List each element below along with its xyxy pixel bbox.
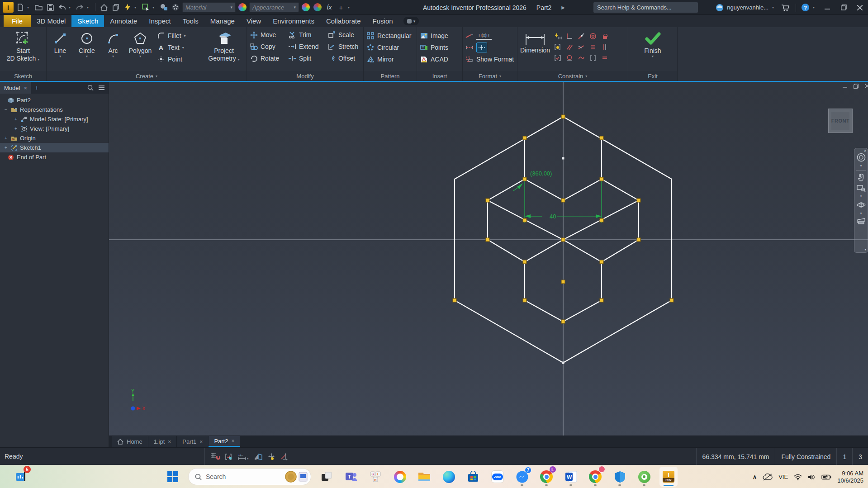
expand-icon[interactable]: +	[14, 117, 18, 122]
start-button[interactable]	[164, 467, 182, 487]
taskbar-file-explorer-icon[interactable]	[415, 467, 433, 487]
save-icon[interactable]	[45, 2, 55, 13]
expand-arrow-icon[interactable]: ▶	[561, 5, 565, 10]
sketch-drawing[interactable]: 40(360.00)	[109, 82, 868, 436]
doc-tab-part2[interactable]: Part2×	[209, 436, 240, 447]
driven-dimension-icon[interactable]: H(x)H	[476, 32, 492, 40]
cart-icon[interactable]	[780, 2, 790, 13]
help-dropdown-icon[interactable]: ▾	[813, 5, 817, 9]
taskbar-unikey-icon[interactable]: uin	[366, 467, 384, 487]
search-highlights-icon[interactable]	[285, 471, 308, 483]
home-icon[interactable]	[99, 2, 109, 13]
browser-tab-model[interactable]: Model×	[0, 82, 31, 94]
stretch-button[interactable]: Stretch	[326, 41, 362, 52]
taskbar-teams-icon[interactable]: T	[342, 467, 360, 487]
tree-item-end-of-part[interactable]: End of Part	[0, 152, 109, 162]
tab-annotate[interactable]: Annotate	[104, 15, 143, 27]
panel-label-modify[interactable]: Modify	[247, 71, 363, 81]
scale-button[interactable]: Scale	[326, 29, 362, 41]
split-button[interactable]: Split	[286, 52, 325, 64]
close-icon[interactable]: ×	[231, 438, 234, 444]
degrees-of-freedom-icon[interactable]	[267, 453, 275, 460]
taskbar-edge-icon[interactable]	[440, 467, 458, 487]
wifi-icon[interactable]	[794, 474, 802, 480]
look-at-icon[interactable]	[857, 218, 866, 225]
qat-customize-icon[interactable]: ▾	[348, 5, 352, 9]
show-constraints-toggle-icon[interactable]	[225, 453, 233, 460]
rotate-button[interactable]: Rotate	[248, 52, 285, 64]
points-button[interactable]: Points	[418, 42, 450, 53]
tree-item-sketch1[interactable]: + Sketch1	[0, 143, 109, 152]
coincident-constraint-icon[interactable]	[575, 31, 587, 42]
taskbar-messenger-icon[interactable]: 7	[513, 467, 531, 487]
tab-collaborate[interactable]: Collaborate	[320, 15, 367, 27]
trim-button[interactable]: Trim	[286, 29, 325, 41]
tab-3d-model[interactable]: 3D Model	[31, 15, 71, 27]
collinear-constraint-icon[interactable]	[575, 42, 587, 52]
constraint-settings-icon[interactable]	[552, 52, 564, 63]
pan-icon[interactable]	[857, 173, 865, 181]
polygon-button[interactable]: Polygon▾	[125, 28, 155, 71]
project-geometry-button[interactable]: Project Geometry ▾	[204, 28, 244, 71]
redo-dropdown-icon[interactable]: ▾	[87, 5, 91, 9]
browser-search-icon[interactable]	[87, 85, 94, 91]
material-wheel-icon[interactable]	[237, 2, 247, 13]
restore-button[interactable]	[837, 2, 850, 13]
extend-button[interactable]: Extend	[286, 41, 325, 52]
navigation-wheel-icon[interactable]	[857, 153, 866, 162]
show-format-button[interactable]: Show Format	[464, 53, 516, 65]
tree-item-representations[interactable]: − Representations	[0, 105, 109, 114]
minimize-button[interactable]	[821, 2, 834, 13]
copy-design-icon[interactable]	[111, 2, 121, 13]
mirror-button[interactable]: Mirror	[365, 53, 413, 65]
circular-pattern-button[interactable]: Circular	[365, 42, 413, 53]
appearance-dropdown[interactable]: Appearance▾	[249, 2, 299, 12]
offset-button[interactable]: Offset	[326, 52, 362, 64]
select-dropdown-icon[interactable]: ▾	[152, 5, 157, 9]
clear-appearance-icon[interactable]	[313, 2, 323, 13]
graphics-canvas[interactable]: 40(360.00) FRONT ✕ ▾ ▾ ▾ ▾ Y	[109, 82, 868, 436]
parallel-constraint-icon[interactable]	[564, 42, 575, 52]
redo-icon[interactable]	[75, 2, 85, 13]
show-constraints-icon[interactable]	[552, 42, 564, 52]
rectangular-pattern-button[interactable]: Rectangular	[365, 30, 413, 42]
taskbar-clock[interactable]: 9:06 AM10/6/2025	[837, 470, 863, 484]
taskbar-chrome-profile2-icon[interactable]	[586, 467, 604, 487]
finish-sketch-button[interactable]: Finish ▾	[644, 28, 661, 71]
center-point-toggle[interactable]	[476, 43, 487, 52]
taskbar-coccoc-icon[interactable]	[635, 467, 653, 487]
centerline-icon[interactable]	[465, 43, 474, 52]
doc-minimize-icon[interactable]	[843, 84, 847, 89]
doc-tab-part1[interactable]: Part1×	[177, 436, 209, 447]
cloud-status-button[interactable]: ▾	[403, 17, 419, 25]
lock-constraint-icon[interactable]	[599, 31, 611, 42]
expand-icon[interactable]: +	[4, 145, 8, 150]
slice-graphics-icon[interactable]	[254, 453, 263, 460]
viewcube[interactable]: FRONT	[828, 109, 853, 133]
taskbar-desktops-icon[interactable]	[318, 467, 336, 487]
fillet-button[interactable]: Fillet▾	[155, 30, 204, 42]
panel-label-constrain[interactable]: Constrain▾	[517, 71, 628, 81]
taskbar-word-icon[interactable]: W	[562, 467, 580, 487]
taskbar-zalo-icon[interactable]: Zalo	[489, 467, 507, 487]
tab-sketch[interactable]: Sketch	[71, 15, 104, 27]
fix-constraint-icon[interactable]	[587, 52, 599, 63]
arc-button[interactable]: Arc▾	[101, 28, 125, 71]
new-file-icon[interactable]	[15, 2, 25, 13]
close-icon[interactable]: ×	[168, 439, 171, 445]
tab-inspect[interactable]: Inspect	[143, 15, 176, 27]
vertical-constraint-icon[interactable]	[599, 42, 611, 52]
tab-fusion[interactable]: Fusion	[367, 15, 399, 27]
close-icon[interactable]: ×	[24, 85, 27, 91]
panel-label-pattern[interactable]: Pattern	[364, 71, 417, 81]
undo-dropdown-icon[interactable]: ▾	[69, 5, 73, 9]
text-button[interactable]: AText▾	[155, 42, 204, 53]
equal-constraint-icon[interactable]	[599, 52, 611, 63]
tray-expand-icon[interactable]: ∧	[753, 474, 757, 480]
taskbar-defender-icon[interactable]	[611, 467, 629, 487]
smooth-constraint-icon[interactable]	[575, 52, 587, 63]
panel-label-insert[interactable]: Insert	[417, 71, 462, 81]
tree-item-view-primary[interactable]: + View: [Primary]	[0, 124, 109, 133]
construction-line-icon[interactable]	[465, 32, 474, 40]
open-file-icon[interactable]	[33, 2, 43, 13]
